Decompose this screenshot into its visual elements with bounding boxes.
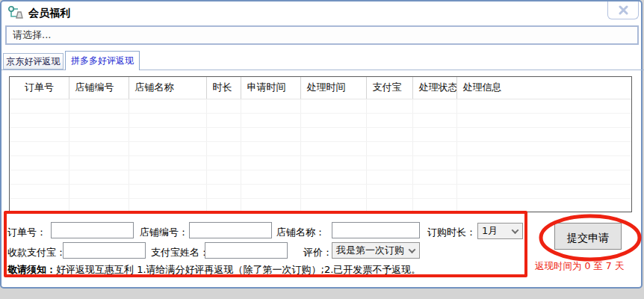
tab-label: 拼多多好评返现: [71, 55, 134, 67]
tab-label: 京东好评返现: [7, 55, 61, 68]
shop-name-label: 店铺名称：: [276, 226, 325, 239]
table-cell: [456, 127, 631, 141]
column-header-shop-name[interactable]: 店铺名称: [129, 77, 206, 99]
table-cell: [10, 184, 69, 198]
table-cell: [206, 170, 241, 184]
cashback-time-note: 返现时间为 0 至 7 天: [535, 260, 644, 273]
table-cell: [241, 155, 300, 170]
table-row: [10, 198, 631, 212]
table-cell: [69, 184, 129, 198]
table-row: [10, 127, 631, 141]
column-header-info[interactable]: 处理信息: [456, 77, 631, 99]
table-cell: [10, 127, 69, 141]
table-cell: [129, 141, 206, 155]
table-cell: [241, 141, 300, 155]
category-select[interactable]: 请选择...: [5, 25, 639, 45]
table-cell: [69, 155, 129, 170]
table-cell: [241, 184, 300, 198]
column-header-alipay[interactable]: 支付宝: [366, 77, 412, 99]
tab-jd-cashback[interactable]: 京东好评返现: [3, 53, 64, 70]
order-no-label: 订单号：: [7, 226, 46, 239]
table-cell: [241, 113, 300, 127]
table-header-row: 订单号 店铺编号 店铺名称 时长 申请时间 处理时间 支付宝 处理状态 处理信息: [10, 77, 631, 99]
close-button[interactable]: [607, 1, 639, 19]
column-header-order-no[interactable]: 订单号: [10, 77, 69, 99]
duration-select-value: 1月: [482, 224, 498, 238]
table-row: [10, 170, 631, 184]
table-cell: [206, 141, 241, 155]
table-cell: [300, 99, 366, 113]
table-cell: [300, 141, 366, 155]
table-row: [10, 184, 631, 198]
table-cell: [69, 141, 129, 155]
column-header-apply-time[interactable]: 申请时间: [241, 77, 300, 99]
order-no-input[interactable]: [51, 222, 134, 238]
table-cell: [69, 170, 129, 184]
table-cell: [129, 170, 206, 184]
table-cell: [206, 198, 241, 212]
alipay-name-input[interactable]: [205, 242, 288, 259]
table-cell: [206, 155, 241, 170]
duration-label: 订购时长：: [427, 226, 476, 239]
table-cell: [456, 141, 631, 155]
table-cell: [10, 113, 69, 127]
table-cell: [300, 113, 366, 127]
notice-text: 敬请须知：好评返现互惠互利 1.请给满分好评再返现（除了第一次订购）;2.已开发…: [7, 263, 421, 277]
column-header-duration[interactable]: 时长: [206, 77, 241, 99]
table-row: [10, 113, 631, 127]
alipay-account-input[interactable]: [63, 242, 146, 259]
alipay-name-label: 支付宝姓名：: [151, 246, 209, 259]
table-cell: [69, 99, 129, 113]
table-cell: [69, 198, 129, 212]
table-row: [10, 141, 631, 155]
table-cell: [412, 99, 456, 113]
table-cell: [206, 127, 241, 141]
table-cell: [300, 170, 366, 184]
table-row: [10, 155, 631, 170]
chevron-down-icon: [409, 246, 416, 253]
table-cell: [129, 99, 206, 113]
table-cell: [300, 198, 366, 212]
table-cell: [300, 184, 366, 198]
window-title: 会员福利: [28, 7, 70, 20]
org-chart-icon: [7, 5, 24, 22]
table-cell: [366, 184, 412, 198]
tab-pdd-cashback[interactable]: 拼多多好评返现: [65, 51, 140, 70]
shop-id-input[interactable]: [189, 222, 272, 238]
table-cell: [69, 127, 129, 141]
table-cell: [129, 155, 206, 170]
column-header-shop-id[interactable]: 店铺编号: [69, 77, 129, 99]
table-cell: [366, 99, 412, 113]
rating-select[interactable]: 我是第一次订购: [332, 242, 420, 259]
duration-select[interactable]: 1月: [477, 223, 523, 239]
table-cell: [366, 155, 412, 170]
table-cell: [69, 113, 129, 127]
table-cell: [412, 113, 456, 127]
title-bar: 会员福利: [7, 4, 70, 22]
shop-id-label: 店铺编号：: [140, 226, 188, 239]
table-cell: [366, 113, 412, 127]
table-cell: [129, 184, 206, 198]
table-cell: [456, 113, 631, 127]
table-row: [10, 99, 631, 113]
chevron-down-icon: [512, 226, 519, 234]
shop-name-input[interactable]: [332, 222, 420, 238]
table-cell: [10, 99, 69, 113]
table-cell: [456, 184, 631, 198]
submit-application-button[interactable]: 提交申请: [554, 223, 622, 250]
table-cell: [10, 141, 69, 155]
column-header-status[interactable]: 处理状态: [412, 77, 456, 99]
notice-lead: 敬请须知：: [7, 264, 56, 275]
member-benefits-window: 会员福利 请选择... 京东好评返现 拼多多好评返现 订单号: [0, 0, 643, 289]
table-cell: [241, 99, 300, 113]
table-cell: [456, 198, 631, 212]
category-select-value: 请选择...: [13, 29, 51, 40]
table-cell: [10, 155, 69, 170]
table-cell: [456, 155, 631, 170]
table-cell: [206, 113, 241, 127]
rating-label: 评价：: [303, 246, 332, 259]
table-cell: [366, 170, 412, 184]
column-header-handle-time[interactable]: 处理时间: [300, 77, 366, 99]
table-cell: [300, 155, 366, 170]
rating-select-value: 我是第一次订购: [336, 244, 404, 257]
